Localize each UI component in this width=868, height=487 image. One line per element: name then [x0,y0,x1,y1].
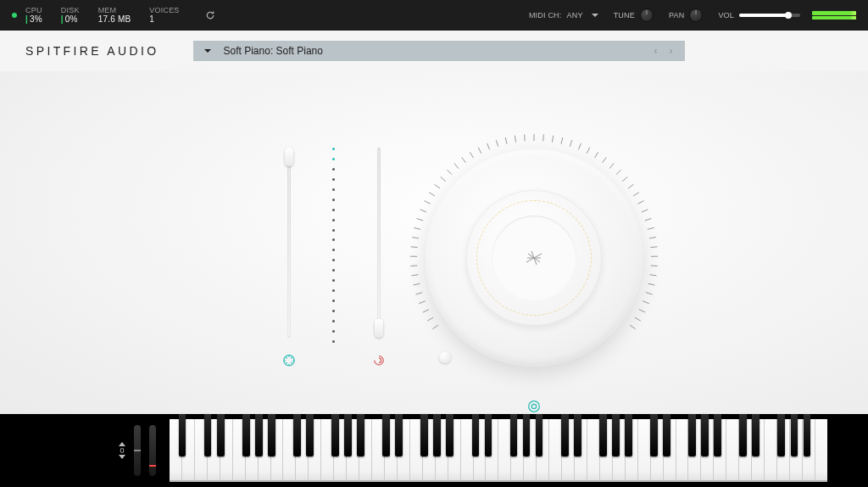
svg-line-3 [423,310,429,313]
expression-icon [281,353,297,368]
black-key[interactable] [382,414,390,456]
black-key[interactable] [791,414,798,456]
pan-control: PAN [669,8,703,22]
svg-line-27 [515,136,515,143]
black-key[interactable] [485,414,492,456]
slider-group [280,148,388,368]
black-key[interactable] [357,414,364,456]
black-key[interactable] [523,414,531,456]
svg-line-37 [603,157,607,162]
voices-value: 1 [149,14,179,24]
black-key[interactable] [420,414,428,456]
virtual-keyboard[interactable] [170,414,832,487]
vol-control: VOL [718,11,800,20]
black-key[interactable] [752,414,760,456]
octave-down-button[interactable] [119,455,125,459]
black-key[interactable] [179,414,186,456]
white-key[interactable] [765,419,777,482]
black-key[interactable] [663,414,670,456]
svg-line-26 [505,137,507,144]
white-key[interactable] [676,419,689,482]
svg-line-30 [543,134,544,141]
black-key[interactable] [433,414,441,456]
svg-line-23 [478,148,481,154]
black-key[interactable] [204,414,212,456]
slider-thumb[interactable] [285,148,293,166]
mem-value: 17.6 MB [98,14,131,24]
black-key[interactable] [739,414,747,456]
svg-line-57 [630,325,636,329]
black-key[interactable] [536,414,543,456]
preset-next-button[interactable]: › [666,45,676,57]
white-key[interactable] [549,419,562,482]
black-key[interactable] [331,414,339,456]
black-key[interactable] [344,414,352,456]
preset-selector[interactable]: Soft Piano: Soft Piano ‹ › [193,41,685,61]
disk-value: 0% [65,14,78,24]
black-key[interactable] [650,414,658,456]
pan-knob[interactable] [689,8,703,22]
svg-line-11 [412,238,419,238]
black-key[interactable] [612,414,620,456]
svg-line-45 [645,219,652,221]
svg-line-18 [441,176,446,181]
vol-slider[interactable] [739,14,800,17]
svg-line-46 [648,227,654,229]
black-key[interactable] [293,414,301,456]
white-key[interactable] [726,419,739,482]
mod-wheel[interactable] [149,425,156,476]
svg-line-15 [424,201,430,204]
black-key[interactable] [561,414,569,456]
white-key[interactable] [587,419,600,482]
svg-line-40 [622,176,627,181]
white-key[interactable] [815,419,827,482]
reverb-icon [526,399,542,414]
dynamics-icon [371,353,387,368]
black-key[interactable] [306,414,314,456]
midi-channel-selector[interactable]: MIDI CH: ANY [529,11,598,20]
black-key[interactable] [472,414,480,456]
tune-knob[interactable] [640,8,654,22]
output-meter [812,11,856,20]
black-key[interactable] [777,414,785,456]
dynamics-slider[interactable] [370,148,388,368]
preset-prev-button[interactable]: ‹ [651,45,661,57]
black-key[interactable] [625,414,632,456]
black-key[interactable] [510,414,518,456]
reverb-dial[interactable] [407,131,661,385]
svg-line-41 [628,184,633,188]
svg-line-54 [643,301,648,304]
black-key[interactable] [714,414,721,456]
midi-label: MIDI CH: [529,11,562,20]
svg-point-59 [531,404,536,408]
svg-line-47 [649,238,656,238]
black-key[interactable] [268,414,275,456]
svg-line-32 [561,137,563,144]
black-key[interactable] [688,414,696,456]
expression-slider[interactable] [280,148,298,368]
refresh-button[interactable] [203,8,217,22]
preset-dropdown-button[interactable] [202,45,214,57]
black-key[interactable] [255,414,263,456]
svg-line-24 [487,143,490,149]
vol-label: VOL [718,11,734,20]
pitch-wheel[interactable] [134,425,141,476]
refresh-icon [205,10,215,20]
black-key[interactable] [242,414,250,456]
slider-track [377,148,381,338]
dial-indicator[interactable] [439,351,451,363]
black-key[interactable] [574,414,581,456]
black-key[interactable] [599,414,607,456]
slider-thumb[interactable] [375,319,383,338]
svg-line-5 [415,293,422,294]
black-key[interactable] [804,414,811,456]
black-key[interactable] [395,414,403,456]
svg-line-50 [651,266,658,266]
black-key[interactable] [446,414,453,456]
black-key[interactable] [217,414,225,456]
black-key[interactable] [701,414,709,456]
white-key[interactable] [638,419,651,482]
svg-line-34 [578,143,581,149]
cpu-stat: CPU |3% [25,7,42,25]
svg-line-48 [650,247,657,248]
